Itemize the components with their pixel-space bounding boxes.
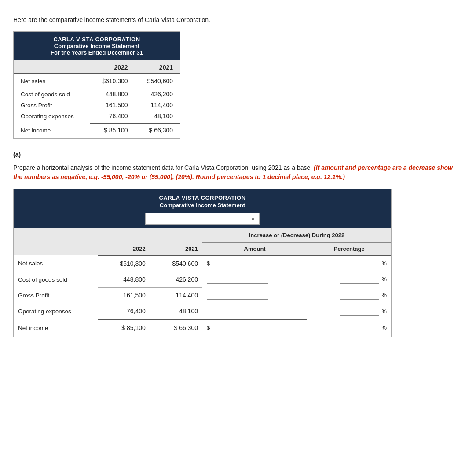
table-row: Gross Profit 161,500 114,400 [14, 101, 180, 110]
table-row-net-income: Net income $ 85,100 $ 66,300 $ % [14, 319, 391, 337]
table-row: Net sales $610,300 $540,600 [14, 74, 180, 88]
pct-input-cell[interactable]: % [307, 255, 391, 271]
row-val-2021: $ 66,300 [150, 319, 202, 337]
dollar-prefix: $ [207, 324, 210, 331]
amount-input-cogs[interactable] [207, 275, 268, 284]
table-row-net-sales: Net sales $610,300 $540,600 $ % [14, 255, 391, 271]
year-header-row: 2022 2021 [14, 60, 180, 74]
increase-decrease-header-row: Increase or (Decrease) During 2022 [14, 228, 391, 242]
section-a-label: (a) [13, 151, 463, 158]
amount-input-net-sales[interactable] [212, 259, 274, 268]
amount-input-net-income[interactable] [212, 323, 274, 332]
row-label: Cost of goods sold [14, 271, 98, 287]
corp-subtitle-2: Comparative Income Statement [17, 202, 388, 209]
pct-suffix: % [381, 324, 387, 331]
pct-suffix: % [381, 276, 387, 282]
row-label: Operating expenses [14, 110, 90, 123]
row-val-2022: $610,300 [90, 74, 135, 88]
amount-input-cell[interactable]: $ [202, 319, 307, 337]
amount-input-cell[interactable] [202, 271, 307, 287]
pct-suffix: % [381, 308, 387, 315]
table-row-net-income: Net income $ 85,100 $ 66,300 [14, 123, 180, 138]
pct-input-cell[interactable]: % [307, 303, 391, 319]
amount-col-header: Amount [202, 242, 307, 255]
row-label: Cost of goods sold [14, 88, 90, 101]
second-table-body: Increase or (Decrease) During 2022 2022 … [14, 228, 391, 337]
corp-title-2: CARLA VISTA CORPORATION [17, 194, 388, 201]
pct-input-cell[interactable]: % [307, 319, 391, 337]
pct-input-cell[interactable]: % [307, 287, 391, 303]
table-row-operating-expenses: Operating expenses 76,400 48,100 % [14, 303, 391, 319]
row-label: Net income [14, 123, 90, 138]
period-dropdown[interactable]: For the Years Ended December 31 [145, 213, 260, 225]
pct-input-operating-expenses[interactable] [340, 307, 379, 316]
year-2022-header: 2022 [90, 60, 135, 74]
dropdown-wrapper[interactable]: For the Years Ended December 31 [145, 213, 260, 225]
row-label: Gross Profit [14, 287, 98, 303]
second-table-header: CARLA VISTA CORPORATION Comparative Inco… [14, 189, 391, 228]
row-val-2021: 426,200 [150, 271, 202, 287]
row-val-2021: 114,400 [150, 287, 202, 303]
corp-subtitle-1: Comparative Income Statement [17, 43, 176, 49]
increase-decrease-header: Increase or (Decrease) During 2022 [202, 228, 391, 242]
row-val-2022: 76,400 [98, 303, 150, 319]
row-val-2021: 114,400 [135, 101, 180, 110]
year-2021-col-header: 2021 [150, 242, 202, 255]
row-val-2022: $ 85,100 [98, 319, 150, 337]
amount-input-gross-profit[interactable] [207, 291, 268, 300]
row-val-2022: 76,400 [90, 110, 135, 123]
row-val-2021: 426,200 [135, 88, 180, 101]
table-row-cogs: Cost of goods sold 448,800 426,200 % [14, 271, 391, 287]
dropdown-row[interactable]: For the Years Ended December 31 [17, 213, 388, 225]
table-row: Operating expenses 76,400 48,100 [14, 110, 180, 123]
row-val-2022: 448,800 [98, 271, 150, 287]
row-label: Gross Profit [14, 101, 90, 110]
empty-header-cell [14, 60, 90, 74]
row-label: Net income [14, 319, 98, 337]
row-val-2021: $540,600 [135, 74, 180, 88]
first-income-statement-table: CARLA VISTA CORPORATION Comparative Inco… [13, 31, 180, 139]
row-val-2021: $540,600 [150, 255, 202, 271]
first-table-body: 2022 2021 Net sales $610,300 $540,600 Co… [14, 60, 180, 138]
pct-input-net-income[interactable] [340, 323, 379, 332]
row-val-2022: $ 85,100 [90, 123, 135, 138]
year-2022-col-header: 2022 [98, 242, 150, 255]
amount-input-cell[interactable] [202, 287, 307, 303]
row-label: Net sales [14, 255, 98, 271]
pct-input-net-sales[interactable] [340, 259, 379, 268]
row-label: Net sales [14, 74, 90, 88]
column-headers-row: 2022 2021 Amount Percentage [14, 242, 391, 255]
table-row-gross-profit: Gross Profit 161,500 114,400 % [14, 287, 391, 303]
instruction-static: Prepare a horizontal analysis of the inc… [13, 164, 312, 171]
instruction-text: Prepare a horizontal analysis of the inc… [13, 163, 463, 182]
row-val-2021: 48,100 [150, 303, 202, 319]
row-label: Operating expenses [14, 303, 98, 319]
empty-col-header [14, 242, 98, 255]
row-val-2021: $ 66,300 [135, 123, 180, 138]
pct-input-cogs[interactable] [340, 275, 379, 284]
row-val-2022: 161,500 [98, 287, 150, 303]
row-val-2022: $610,300 [98, 255, 150, 271]
dollar-prefix: $ [207, 260, 210, 267]
amount-input-operating-expenses[interactable] [207, 307, 268, 315]
empty-span-cell [14, 228, 202, 242]
row-val-2021: 48,100 [135, 110, 180, 123]
percentage-col-header: Percentage [307, 242, 391, 255]
pct-suffix: % [381, 292, 387, 298]
row-val-2022: 161,500 [90, 101, 135, 110]
row-val-2022: 448,800 [90, 88, 135, 101]
intro-text: Here are the comparative income statemen… [13, 16, 463, 23]
pct-input-gross-profit[interactable] [340, 291, 379, 300]
amount-input-cell[interactable] [202, 303, 307, 319]
second-income-statement-table: CARLA VISTA CORPORATION Comparative Inco… [13, 189, 392, 337]
pct-input-cell[interactable]: % [307, 271, 391, 287]
corp-period-1: For the Years Ended December 31 [17, 49, 176, 56]
pct-suffix: % [381, 260, 387, 267]
first-table-header: CARLA VISTA CORPORATION Comparative Inco… [14, 32, 180, 60]
table-row: Cost of goods sold 448,800 426,200 [14, 88, 180, 101]
corp-title-1: CARLA VISTA CORPORATION [17, 36, 176, 43]
year-2021-header: 2021 [135, 60, 180, 74]
amount-input-cell[interactable]: $ [202, 255, 307, 271]
